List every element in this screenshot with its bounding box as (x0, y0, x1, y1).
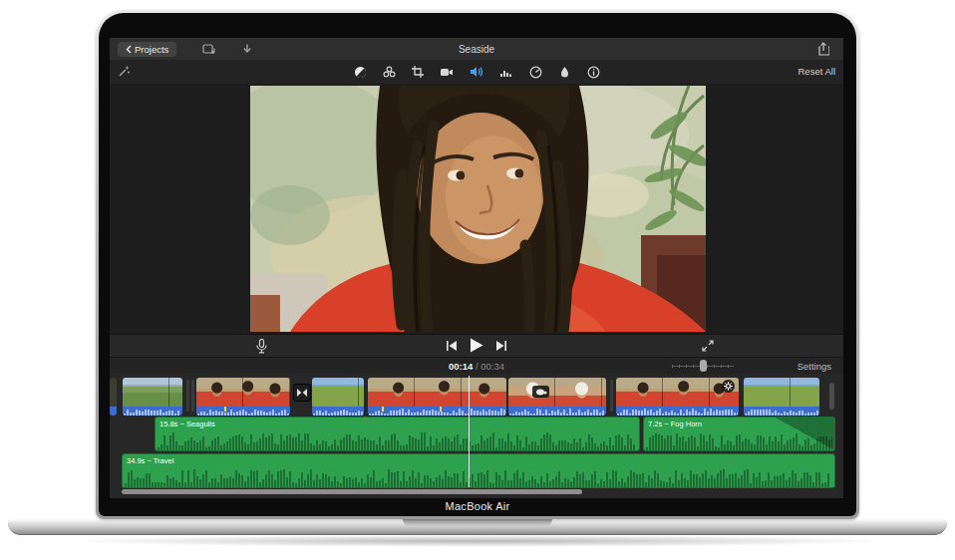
share-icon[interactable] (817, 42, 829, 56)
import-arrow-icon[interactable] (242, 44, 252, 55)
media-browser-icon[interactable] (202, 44, 216, 55)
audio-clip-label: 15.8s ~ Seagulls (159, 420, 215, 428)
video-clip-landscape-3[interactable] (744, 378, 819, 416)
screen-frame: Projects Seaside (96, 10, 859, 519)
effects-gear-icon[interactable] (722, 380, 735, 393)
viewer-area (110, 84, 843, 334)
base-shadow (60, 535, 895, 547)
speed-turtle-icon[interactable] (532, 386, 549, 398)
beat-marker (382, 407, 384, 412)
skip-forward-icon[interactable] (495, 340, 507, 352)
info-row: 00:14 / 00:34 Settings (110, 357, 843, 375)
timeline-zoom-slider[interactable] (672, 365, 734, 368)
macbook-air-label: MacBook Air (99, 500, 856, 512)
transition-icon[interactable] (293, 384, 311, 402)
beat-marker (224, 407, 226, 412)
volume-icon[interactable] (470, 66, 483, 78)
color-correction-icon[interactable] (383, 66, 396, 79)
video-clip-people-2[interactable] (616, 378, 739, 416)
video-clip-woman-red[interactable] (368, 378, 506, 416)
zoom-slider-thumb[interactable] (700, 360, 707, 372)
timecode-separator: / (476, 361, 478, 372)
transport-bar (110, 334, 843, 358)
macbook-air-device: Projects Seaside (0, 0, 955, 560)
video-clip-landscape-2[interactable] (312, 378, 364, 416)
audio-fade-handle[interactable] (775, 418, 834, 450)
screen-bezel: Projects Seaside (99, 13, 856, 516)
video-preview (250, 86, 706, 332)
effects-icon[interactable] (558, 66, 571, 79)
vertical-scrollbar[interactable] (829, 383, 834, 410)
timecode-total: 00:34 (480, 361, 504, 372)
video-frame-art (250, 86, 706, 332)
audio-clip-fog-horn[interactable]: 7.2s ~ Fog Horn (643, 417, 835, 451)
project-title: Seaside (110, 44, 843, 55)
clip-edge-handle[interactable] (610, 380, 613, 412)
timecode-current: 00:14 (449, 361, 473, 372)
play-icon[interactable] (470, 338, 483, 353)
timeline: 15.8s ~ Seagulls 7.2s ~ Fog Horn 34.9s ~… (110, 374, 843, 498)
info-icon[interactable] (587, 66, 600, 79)
titlebar: Projects Seaside (110, 38, 843, 61)
playhead[interactable] (469, 376, 470, 487)
projects-back-button[interactable]: Projects (118, 42, 176, 57)
crop-icon[interactable] (412, 66, 424, 78)
macbook-lid-notch (403, 519, 552, 526)
settings-button[interactable]: Settings (797, 361, 831, 372)
color-balance-icon[interactable] (354, 66, 367, 79)
skip-back-icon[interactable] (446, 340, 458, 352)
projects-back-label: Projects (135, 44, 168, 55)
chevron-left-icon (126, 45, 132, 54)
fullscreen-icon[interactable] (702, 340, 714, 352)
stabilization-icon[interactable] (440, 67, 454, 78)
speed-icon[interactable] (529, 66, 542, 79)
clip-edge-handle[interactable] (186, 380, 189, 412)
reset-all-button[interactable]: Reset All (798, 66, 836, 77)
adjustment-bar: Reset All (110, 60, 843, 85)
video-clip-sunglasses[interactable] (508, 378, 606, 416)
beat-marker (440, 407, 442, 412)
audio-clip-label: 7.2s ~ Fog Horn (648, 420, 702, 428)
clip-edge-handle[interactable] (191, 380, 194, 412)
horizontal-scrollbar[interactable] (122, 489, 582, 494)
audio-clip-seagulls[interactable]: 15.8s ~ Seagulls (155, 417, 640, 451)
audio-clip-travel[interactable]: 34.9s ~ Travel (122, 453, 835, 488)
noise-reduction-icon[interactable] (499, 67, 513, 78)
clip-sliver[interactable] (110, 378, 117, 416)
audio-clip-label: 34.9s ~ Travel (127, 456, 173, 465)
video-clip-people-1[interactable] (196, 378, 290, 416)
video-clip-landscape-1[interactable] (123, 378, 182, 416)
imovie-window: Projects Seaside (110, 38, 843, 498)
